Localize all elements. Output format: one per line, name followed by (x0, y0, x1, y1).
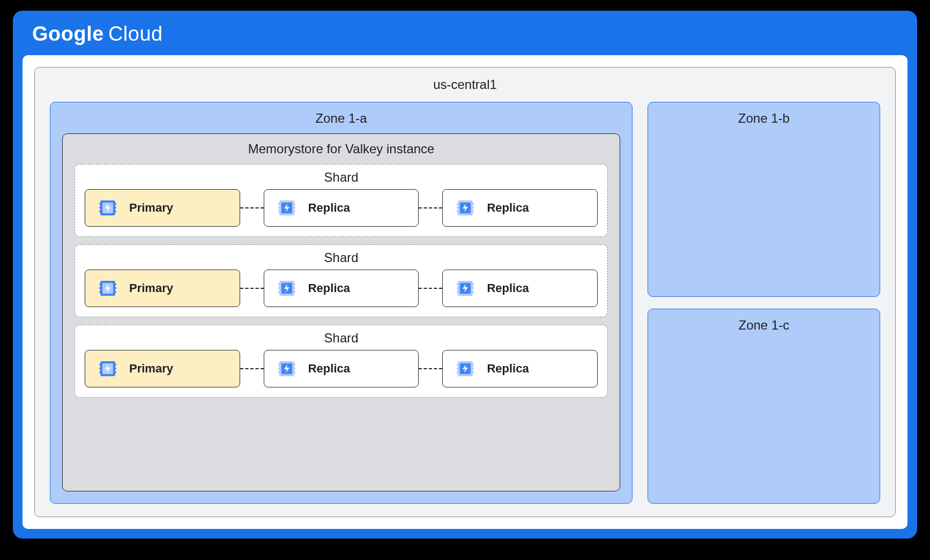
zone-1c-title: Zone 1-c (660, 318, 868, 333)
svg-rect-55 (114, 371, 116, 373)
shard-1: Shard Primary Replica (75, 244, 608, 317)
svg-rect-27 (99, 287, 101, 289)
svg-rect-23 (472, 211, 474, 212)
svg-rect-35 (278, 287, 280, 289)
svg-rect-11 (278, 207, 280, 208)
shard-0-replica-0-node: Replica (264, 189, 419, 227)
zone-1a-title: Zone 1-a (62, 111, 620, 126)
connector-line (419, 288, 442, 289)
connector-line (419, 207, 442, 208)
shard-2-replica-1-node: Replica (442, 350, 598, 387)
svg-rect-39 (293, 291, 295, 293)
svg-rect-2 (99, 203, 101, 205)
svg-rect-63 (293, 371, 295, 373)
zones-row: Zone 1-a Memorystore for Valkey instance… (50, 102, 880, 504)
memorystore-replica-icon (276, 358, 297, 379)
memorystore-replica-icon (455, 197, 476, 219)
shard-1-nodes: Primary Replica Replica (85, 270, 598, 307)
shard-2-title: Shard (85, 331, 598, 346)
svg-rect-50 (99, 364, 101, 365)
shard-2-replica-0-node: Replica (264, 350, 419, 387)
svg-rect-19 (457, 207, 459, 208)
svg-rect-47 (472, 291, 474, 293)
svg-rect-42 (457, 283, 459, 285)
shard-1-primary-label: Primary (129, 281, 173, 295)
memorystore-replica-icon (276, 278, 297, 299)
shard-0-replica-0-label: Replica (308, 201, 350, 215)
shard-1-replica-1-node: Replica (442, 270, 598, 307)
svg-rect-43 (457, 287, 459, 289)
svg-rect-53 (114, 364, 116, 365)
svg-rect-10 (278, 203, 280, 205)
shard-1-primary-node: Primary (85, 270, 240, 307)
svg-rect-45 (472, 283, 474, 285)
connector-line (240, 207, 264, 208)
svg-rect-58 (278, 364, 280, 365)
region-title: us-central1 (50, 77, 880, 92)
svg-rect-34 (278, 283, 280, 285)
zone-1b: Zone 1-b (648, 102, 880, 297)
svg-rect-6 (114, 207, 116, 208)
svg-rect-38 (293, 287, 295, 289)
shard-1-replica-0-node: Replica (264, 270, 419, 307)
memorystore-primary-icon (97, 358, 118, 379)
svg-rect-54 (114, 368, 116, 369)
zones-right-column: Zone 1-b Zone 1-c (648, 102, 880, 504)
svg-rect-28 (99, 291, 101, 293)
shard-2-replica-0-label: Replica (308, 362, 350, 376)
svg-rect-36 (278, 291, 280, 293)
svg-rect-22 (472, 207, 474, 208)
shard-1-replica-1-label: Replica (487, 281, 529, 295)
zone-1a: Zone 1-a Memorystore for Valkey instance… (50, 102, 633, 504)
logo-word-cloud: Cloud (108, 23, 163, 46)
memorystore-replica-icon (455, 278, 476, 299)
shard-0-primary-label: Primary (129, 201, 173, 215)
svg-rect-70 (472, 368, 474, 369)
svg-rect-71 (472, 371, 474, 373)
shard-1-title: Shard (85, 250, 598, 265)
svg-rect-68 (457, 371, 459, 373)
svg-rect-61 (293, 364, 295, 365)
shard-0-replica-1-node: Replica (442, 189, 598, 227)
svg-rect-69 (472, 364, 474, 365)
shard-0-nodes: Primary Replica Replica (85, 189, 598, 227)
svg-rect-5 (114, 203, 116, 205)
shard-2-primary-label: Primary (129, 362, 173, 376)
svg-rect-31 (114, 291, 116, 293)
shard-2: Shard Primary Replica (75, 325, 608, 398)
region-box: us-central1 Zone 1-a Memorystore for Val… (34, 67, 896, 517)
zone-1c: Zone 1-c (648, 309, 880, 504)
svg-rect-44 (457, 291, 459, 293)
svg-rect-62 (293, 368, 295, 369)
svg-rect-46 (472, 287, 474, 289)
svg-rect-12 (278, 211, 280, 212)
connector-line (240, 288, 264, 289)
svg-rect-18 (457, 203, 459, 205)
shard-1-replica-0-label: Replica (308, 281, 350, 295)
svg-rect-60 (278, 371, 280, 373)
shard-0-primary-node: Primary (85, 189, 240, 227)
memorystore-instance: Memorystore for Valkey instance Shard Pr… (62, 133, 620, 491)
white-inner-panel: us-central1 Zone 1-a Memorystore for Val… (23, 55, 907, 529)
svg-rect-7 (114, 211, 116, 212)
memorystore-replica-icon (276, 197, 297, 219)
svg-rect-37 (293, 283, 295, 285)
connector-line (419, 368, 442, 369)
svg-rect-66 (457, 364, 459, 365)
shard-2-primary-node: Primary (85, 350, 240, 387)
memorystore-primary-icon (97, 197, 118, 219)
shard-0: Shard Primary Replica (75, 164, 608, 237)
google-cloud-frame: Google Cloud us-central1 Zone 1-a Memory… (13, 11, 917, 539)
svg-rect-52 (99, 371, 101, 373)
svg-rect-51 (99, 368, 101, 369)
memorystore-primary-icon (97, 278, 118, 299)
svg-rect-30 (114, 287, 116, 289)
connector-line (240, 368, 264, 369)
google-cloud-logo: Google Cloud (23, 20, 907, 55)
shard-2-replica-1-label: Replica (487, 362, 529, 376)
svg-rect-4 (99, 211, 101, 212)
svg-rect-20 (457, 211, 459, 212)
svg-rect-59 (278, 368, 280, 369)
shard-0-replica-1-label: Replica (487, 201, 529, 215)
logo-word-google: Google (32, 23, 104, 46)
